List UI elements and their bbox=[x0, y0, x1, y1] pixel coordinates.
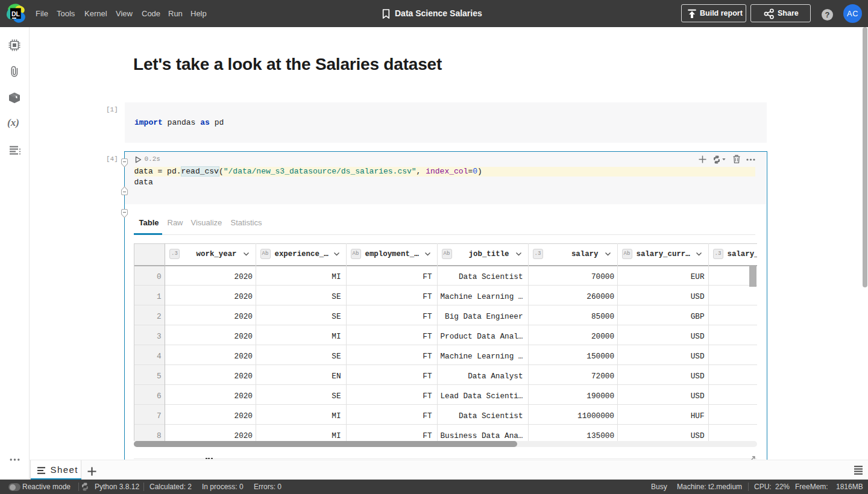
svg-text:DL: DL bbox=[11, 10, 20, 17]
